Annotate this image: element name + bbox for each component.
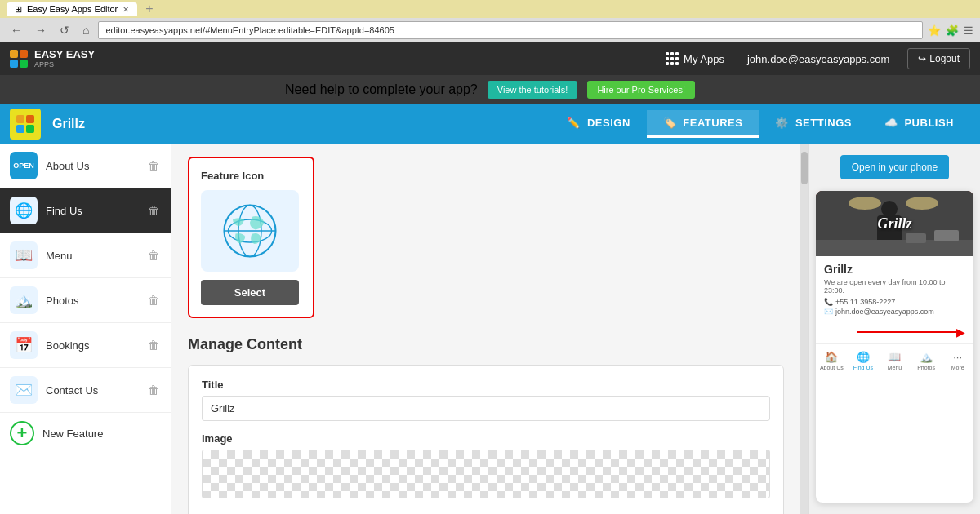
app-name-label: Grillz <box>52 117 550 131</box>
main-nav: Grillz ✏️ DESIGN 🏷️ FEATURES ⚙️ SETTINGS… <box>0 104 980 144</box>
phone-nav-find-us[interactable]: 🌐 Find Us <box>848 348 880 373</box>
photos-delete-btn[interactable]: 🗑 <box>146 292 161 308</box>
browser-chrome: ⊞ Easy Easy Apps Editor ✕ + <box>0 0 980 18</box>
tab-settings[interactable]: ⚙️ SETTINGS <box>759 110 868 138</box>
sidebar-item-bookings[interactable]: 📅 Bookings 🗑 <box>0 323 171 368</box>
phone-photos-label: Photos <box>917 365 935 370</box>
phone-about-us-icon: 🏠 <box>825 351 838 363</box>
phone-number-label: +55 11 3958-2227 <box>835 298 895 306</box>
publish-tab-label: PUBLISH <box>904 117 954 129</box>
phone-more-icon: ··· <box>953 351 962 363</box>
menu-label: Menu <box>46 250 138 262</box>
contact-us-delete-btn[interactable]: 🗑 <box>146 382 161 398</box>
tutorial-text: Need help to complete your app? <box>285 82 478 97</box>
svg-rect-10 <box>906 233 926 243</box>
scroll-track[interactable] <box>800 144 808 514</box>
find-us-delete-btn[interactable]: 🗑 <box>146 202 161 219</box>
logo-text-group: EASY EASY APPS <box>34 49 95 69</box>
logo-icon <box>10 50 28 68</box>
app-logo-icon <box>16 115 34 133</box>
my-apps-button[interactable]: My Apps <box>654 46 736 72</box>
svg-rect-11 <box>934 230 959 241</box>
address-bar[interactable] <box>98 21 923 39</box>
bookings-label: Bookings <box>46 339 138 352</box>
phone-nav-more[interactable]: ··· More <box>942 348 973 373</box>
logo-main-text: EASY EASY <box>34 49 95 60</box>
phone-nav-photos[interactable]: 🏔️ Photos <box>911 348 942 373</box>
phone-email-label: john.doe@easyeasyapps.com <box>835 308 934 316</box>
refresh-button[interactable]: ↺ <box>56 22 74 38</box>
phone-app-name-header: Grillz <box>877 215 911 233</box>
phone-nav-about-us[interactable]: 🏠 About Us <box>816 348 848 373</box>
menu-delete-btn[interactable]: 🗑 <box>146 247 161 264</box>
settings-tab-label: SETTINGS <box>795 117 852 129</box>
content-form: Title Image <box>188 365 784 514</box>
svg-point-5 <box>849 197 881 210</box>
view-tutorials-button[interactable]: View the tutorials! <box>488 81 578 99</box>
arrow-line <box>857 331 956 333</box>
phone-email: ✉️ john.doe@easyeasyapps.com <box>824 308 965 316</box>
back-button[interactable]: ← <box>7 22 26 38</box>
phone-menu-icon: 📖 <box>888 351 901 363</box>
preview-panel: Open in your phone <box>808 144 980 514</box>
find-us-label: Find Us <box>46 205 138 217</box>
phone-grillz-name: Grillz <box>824 263 965 276</box>
image-label: Image <box>202 432 770 445</box>
new-feature-icon: + <box>10 421 34 445</box>
home-button[interactable]: ⌂ <box>78 22 93 38</box>
apps-grid-icon <box>666 52 679 65</box>
sidebar: OPEN About Us 🗑 🌐 Find Us 🗑 📖 Menu 🗑 🏔️ … <box>0 144 172 514</box>
hire-pro-button[interactable]: Hire our Pro Services! <box>587 81 695 99</box>
photos-icon: 🏔️ <box>10 286 38 314</box>
photos-label: Photos <box>46 295 138 307</box>
sidebar-item-photos[interactable]: 🏔️ Photos 🗑 <box>0 278 171 323</box>
new-tab-btn[interactable]: + <box>145 2 153 16</box>
extensions-icon[interactable]: 🧩 <box>946 24 959 37</box>
tab-design[interactable]: ✏️ DESIGN <box>550 110 646 138</box>
browser-nav: ← → ↺ ⌂ ⭐ 🧩 ☰ <box>0 18 980 42</box>
contact-us-label: Contact Us <box>46 384 138 397</box>
sidebar-item-menu[interactable]: 📖 Menu 🗑 <box>0 233 171 278</box>
icon-preview <box>201 190 299 272</box>
tab-publish[interactable]: ☁️ PUBLISH <box>868 110 970 138</box>
logo-area: EASY EASY APPS <box>10 49 654 69</box>
logout-icon: ↪ <box>918 53 926 64</box>
bookings-delete-btn[interactable]: 🗑 <box>146 337 161 353</box>
tab-close-btn[interactable]: ✕ <box>122 5 129 14</box>
title-input[interactable] <box>202 396 770 421</box>
select-icon-button[interactable]: Select <box>201 280 299 305</box>
tab-features[interactable]: 🏷️ FEATURES <box>647 110 760 138</box>
browser-tab[interactable]: ⊞ Easy Easy Apps Editor ✕ <box>7 2 137 16</box>
sidebar-item-find-us[interactable]: 🌐 Find Us 🗑 <box>0 188 171 233</box>
title-section: Title <box>202 379 770 421</box>
find-us-icon: 🌐 <box>10 197 38 224</box>
phone-description: We are open every day from 10:00 to 23:0… <box>824 278 965 295</box>
sidebar-item-about-us[interactable]: OPEN About Us 🗑 <box>0 144 171 188</box>
image-preview <box>202 450 770 498</box>
sidebar-item-new-feature[interactable]: + New Feature <box>0 413 171 454</box>
menu-icon[interactable]: ☰ <box>964 24 973 37</box>
user-email-button[interactable]: john.doe@easyeasyapps.com <box>736 47 901 72</box>
open-in-phone-button[interactable]: Open in your phone <box>840 155 949 179</box>
arrow-point-icon: ▶ <box>956 326 965 339</box>
phone-content: Grillz We are open every day from 10:00 … <box>816 256 973 324</box>
app-logo-button[interactable] <box>10 109 41 140</box>
editor-area: Feature Icon Select Manage Content <box>172 144 800 514</box>
preview-header: Open in your phone <box>809 144 980 191</box>
phone-nav-bar: 🏠 About Us 🌐 Find Us 📖 Menu 🏔️ Photos ··… <box>816 343 973 376</box>
phone-nav-menu[interactable]: 📖 Menu <box>879 348 911 373</box>
scroll-thumb[interactable] <box>801 152 808 184</box>
manage-content-title: Manage Content <box>188 336 784 353</box>
phone-phone-number: 📞 +55 11 3958-2227 <box>824 298 965 306</box>
phone-about-us-label: About Us <box>820 365 844 370</box>
about-us-icon: OPEN <box>10 152 38 179</box>
sidebar-item-contact-us[interactable]: ✉️ Contact Us 🗑 <box>0 368 171 413</box>
phone-menu-label: Menu <box>888 365 902 370</box>
tutorial-bar: Need help to complete your app? View the… <box>0 75 980 104</box>
bookmark-icon[interactable]: ⭐ <box>928 24 941 37</box>
features-tab-label: FEATURES <box>683 117 742 129</box>
about-us-delete-btn[interactable]: 🗑 <box>146 157 161 174</box>
logout-button[interactable]: ↪ Logout <box>907 48 970 69</box>
forward-button[interactable]: → <box>31 22 51 38</box>
title-label: Title <box>202 379 770 391</box>
